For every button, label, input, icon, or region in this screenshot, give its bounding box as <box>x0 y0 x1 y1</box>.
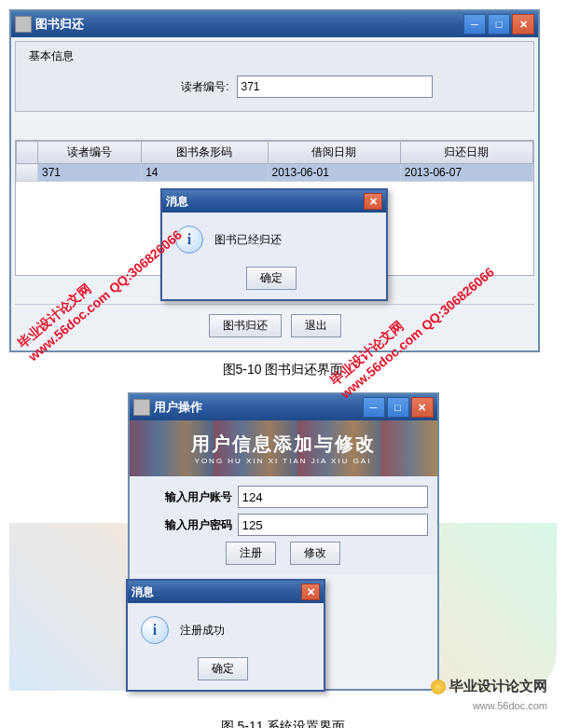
form-area: 输入用户账号 输入用户密码 注册 修改 <box>130 476 437 574</box>
banner-title: 用户信息添加与修改 <box>191 432 376 457</box>
table-header-row: 读者编号 图书条形码 借阅日期 归还日期 <box>17 142 533 164</box>
info-icon: i <box>141 616 169 644</box>
maximize-button[interactable]: □ <box>387 397 409 418</box>
logo-icon <box>431 680 446 694</box>
dialog-body: i 注册成功 确定 <box>128 603 324 690</box>
dialog-titlebar[interactable]: 消息 ✕ <box>128 581 324 603</box>
cell-barcode[interactable]: 14 <box>142 164 268 182</box>
titlebar[interactable]: 图书归还 ─ □ ✕ <box>11 11 538 37</box>
dialog-close-button[interactable]: ✕ <box>364 193 382 210</box>
reader-id-input[interactable] <box>237 76 433 98</box>
book-return-window: 图书归还 ─ □ ✕ 基本信息 读者编号: 读者编号 图书条形码 <box>9 9 540 352</box>
window-title: 图书归还 <box>35 16 463 33</box>
return-book-button[interactable]: 图书归还 <box>209 314 282 337</box>
message-dialog: 消息 ✕ i 图书已经归还 确定 <box>160 188 388 301</box>
window-title: 用户操作 <box>154 399 363 416</box>
cell-reader-id[interactable]: 371 <box>38 164 142 182</box>
dialog-title: 消息 <box>131 584 301 600</box>
col-barcode[interactable]: 图书条形码 <box>142 142 268 164</box>
cell-borrow-date[interactable]: 2013-06-01 <box>268 164 400 182</box>
footer-brand: 毕业设计论文网 <box>431 678 547 695</box>
reader-id-label: 读者编号: <box>117 79 237 95</box>
figure-caption-1: 图5-10 图书归还界面 <box>9 362 557 378</box>
password-input[interactable] <box>238 514 428 536</box>
exit-button[interactable]: 退出 <box>291 314 341 337</box>
dialog-body: i 图书已经归还 确定 <box>162 213 386 299</box>
dialog-message: 图书已经归还 <box>214 232 282 248</box>
banner: 用户信息添加与修改 YONG HU XIN XI TIAN JIA XIU GA… <box>130 420 437 476</box>
dialog-close-button[interactable]: ✕ <box>301 584 320 600</box>
row-header-col[interactable] <box>17 142 38 164</box>
minimize-button[interactable]: ─ <box>363 397 385 418</box>
info-icon: i <box>175 226 203 254</box>
register-button[interactable]: 注册 <box>226 542 276 565</box>
table-row[interactable]: 371 14 2013-06-01 2013-06-07 <box>17 164 533 182</box>
col-reader-id[interactable]: 读者编号 <box>38 142 142 164</box>
minimize-button[interactable]: ─ <box>463 14 486 34</box>
col-return-date[interactable]: 归还日期 <box>400 142 532 164</box>
ok-button[interactable]: 确定 <box>246 267 297 290</box>
footer-url: www.56doc.com <box>473 700 547 711</box>
group-title: 基本信息 <box>25 48 77 64</box>
col-borrow-date[interactable]: 借阅日期 <box>268 142 400 164</box>
row-handle[interactable] <box>17 164 38 182</box>
cell-return-date[interactable]: 2013-06-07 <box>400 164 532 182</box>
modify-button[interactable]: 修改 <box>290 542 340 565</box>
basic-info-group: 基本信息 读者编号: <box>15 41 534 112</box>
titlebar[interactable]: 用户操作 ─ □ ✕ <box>130 394 437 420</box>
banner-subtitle: YONG HU XIN XI TIAN JIA XIU GAI <box>195 457 372 465</box>
ok-button[interactable]: 确定 <box>198 657 248 680</box>
message-dialog: 消息 ✕ i 注册成功 确定 <box>126 579 325 692</box>
window-controls: ─ □ ✕ <box>363 397 434 418</box>
window-controls: ─ □ ✕ <box>463 14 534 34</box>
dialog-titlebar[interactable]: 消息 ✕ <box>162 190 386 213</box>
java-icon <box>133 399 150 416</box>
password-label: 输入用户密码 <box>139 517 238 533</box>
dialog-message: 注册成功 <box>180 623 225 639</box>
figure-caption-2: 图 5-11 系统设置界面 <box>9 719 557 728</box>
reader-id-row: 读者编号: <box>23 70 526 103</box>
maximize-button[interactable]: □ <box>488 14 510 34</box>
action-buttons: 图书归还 退出 <box>15 304 534 347</box>
account-label: 输入用户账号 <box>139 489 238 505</box>
java-icon <box>15 16 32 33</box>
account-input[interactable] <box>238 486 428 508</box>
dialog-title: 消息 <box>166 194 364 210</box>
close-button[interactable]: ✕ <box>411 397 434 418</box>
close-button[interactable]: ✕ <box>512 14 534 34</box>
